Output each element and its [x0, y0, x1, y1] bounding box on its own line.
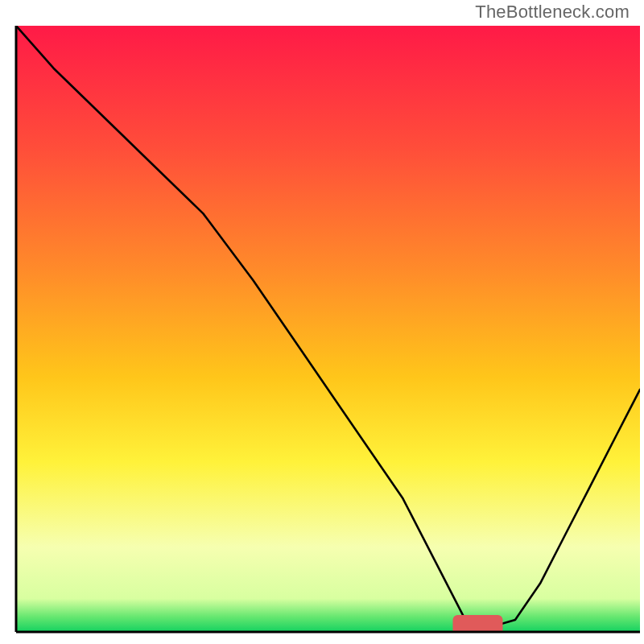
plot-area	[16, 26, 640, 639]
bottleneck-chart	[0, 0, 644, 644]
watermark-text: TheBottleneck.com	[475, 2, 630, 23]
gradient-background	[16, 26, 640, 632]
chart-container: TheBottleneck.com	[0, 0, 644, 644]
minimum-marker	[453, 615, 503, 639]
